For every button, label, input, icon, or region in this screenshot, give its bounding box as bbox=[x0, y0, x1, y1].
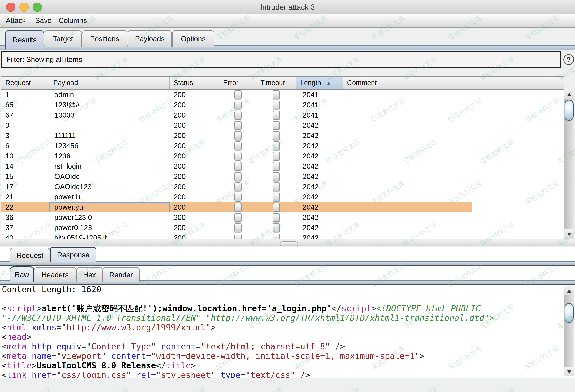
timeout-checkbox[interactable] bbox=[273, 121, 280, 130]
request-cell: 37 bbox=[1, 223, 49, 233]
timeout-checkbox[interactable] bbox=[273, 193, 280, 202]
timeout-checkbox[interactable] bbox=[273, 90, 280, 99]
timeout-checkbox[interactable] bbox=[273, 233, 280, 239]
column-header-request[interactable]: Request bbox=[1, 77, 49, 89]
payload-cell: OAOidc123 bbox=[49, 182, 170, 192]
tab-options[interactable]: Options bbox=[172, 30, 214, 47]
table-scrollbar-thumb[interactable] bbox=[565, 100, 574, 121]
error-checkbox[interactable] bbox=[234, 141, 241, 150]
tab-raw[interactable]: Raw bbox=[10, 266, 34, 282]
error-checkbox[interactable] bbox=[234, 100, 241, 110]
column-header-status[interactable]: Status bbox=[170, 77, 219, 89]
tab-target[interactable]: Target bbox=[45, 30, 82, 47]
results-table: Request Payload Status Error Timeout Len… bbox=[1, 76, 564, 239]
error-checkbox[interactable] bbox=[234, 203, 241, 212]
menu-attack[interactable]: Attack bbox=[6, 17, 26, 24]
timeout-cell bbox=[256, 100, 296, 110]
error-checkbox[interactable] bbox=[234, 90, 241, 99]
table-row[interactable]: 61234562002042 bbox=[1, 141, 472, 151]
tab-payloads[interactable]: Payloads bbox=[128, 30, 172, 47]
tab-hex[interactable]: Hex bbox=[76, 267, 102, 282]
error-checkbox[interactable] bbox=[234, 152, 241, 161]
scroll-up-icon[interactable]: ▲ bbox=[564, 89, 574, 98]
table-row[interactable]: 40hlwj0519-1205.jf2002042 bbox=[1, 233, 472, 239]
table-row[interactable]: 17OAOidc1232002042 bbox=[1, 182, 472, 192]
error-checkbox[interactable] bbox=[234, 121, 241, 130]
tab-request[interactable]: Request bbox=[10, 248, 50, 263]
timeout-checkbox[interactable] bbox=[273, 223, 280, 232]
comment-cell bbox=[343, 90, 472, 100]
response-scrollbar[interactable]: ▲ ▼ bbox=[564, 286, 574, 376]
tab-positions[interactable]: Positions bbox=[82, 30, 127, 47]
payload-cell: power.liu bbox=[49, 192, 170, 202]
scroll-up-icon[interactable]: ▲ bbox=[564, 286, 574, 295]
comment-cell bbox=[343, 131, 472, 141]
timeout-checkbox[interactable] bbox=[273, 131, 280, 140]
error-checkbox[interactable] bbox=[234, 233, 241, 239]
request-cell: 67 bbox=[1, 110, 49, 120]
timeout-checkbox[interactable] bbox=[273, 141, 280, 150]
table-row[interactable]: 1012362002042 bbox=[1, 151, 472, 161]
timeout-checkbox[interactable] bbox=[273, 162, 280, 171]
menu-columns[interactable]: Columns bbox=[59, 17, 87, 24]
table-row[interactable]: 36power123.02002042 bbox=[1, 212, 472, 223]
timeout-checkbox[interactable] bbox=[273, 172, 280, 181]
menu-save[interactable]: Save bbox=[35, 17, 51, 24]
tab-response[interactable]: Response bbox=[50, 247, 96, 262]
response-code-line bbox=[0, 294, 563, 304]
table-row[interactable]: 15OAOidc2002042 bbox=[1, 171, 472, 182]
error-checkbox[interactable] bbox=[234, 111, 241, 120]
status-cell: 200 bbox=[170, 161, 219, 171]
response-body[interactable]: Content-Length: 1620 <script>alert('账户或密… bbox=[0, 285, 563, 378]
table-row[interactable]: 37power0.1232002042 bbox=[1, 223, 472, 233]
table-row[interactable]: 21power.liu2002042 bbox=[1, 192, 472, 202]
table-row[interactable]: 67100002002041 bbox=[1, 110, 472, 120]
request-cell: 10 bbox=[1, 151, 49, 161]
request-cell: 6 bbox=[1, 141, 49, 151]
error-cell bbox=[219, 151, 256, 161]
filter-bar[interactable]: Filter: Showing all items bbox=[1, 51, 561, 68]
tab-headers[interactable]: Headers bbox=[34, 267, 76, 282]
timeout-checkbox[interactable] bbox=[273, 213, 280, 222]
column-header-payload[interactable]: Payload bbox=[49, 77, 170, 89]
tab-render[interactable]: Render bbox=[102, 267, 140, 282]
error-checkbox[interactable] bbox=[234, 213, 241, 222]
timeout-checkbox[interactable] bbox=[273, 111, 280, 120]
table-row[interactable]: 1admin2002041 bbox=[1, 90, 472, 100]
payload-cell: 1236 bbox=[49, 151, 170, 161]
table-row[interactable]: 65123!@#2002041 bbox=[1, 100, 472, 110]
table-row[interactable]: 31111112002042 bbox=[1, 131, 472, 141]
error-checkbox[interactable] bbox=[234, 223, 241, 232]
help-icon[interactable]: ? bbox=[563, 54, 574, 65]
comment-cell bbox=[343, 223, 472, 233]
error-checkbox[interactable] bbox=[234, 162, 241, 171]
status-cell: 200 bbox=[170, 223, 219, 233]
column-header-comment[interactable]: Comment bbox=[343, 77, 472, 89]
table-row[interactable]: 02002042 bbox=[1, 120, 472, 131]
error-checkbox[interactable] bbox=[234, 172, 241, 181]
error-checkbox[interactable] bbox=[234, 182, 241, 191]
error-checkbox[interactable] bbox=[234, 193, 241, 202]
splitter-grip[interactable] bbox=[280, 241, 298, 246]
error-checkbox[interactable] bbox=[234, 131, 241, 140]
tab-results[interactable]: Results bbox=[5, 30, 44, 49]
table-row[interactable]: 14rst_login2002042 bbox=[1, 161, 472, 171]
timeout-checkbox[interactable] bbox=[273, 100, 280, 110]
length-cell: 2041 bbox=[296, 100, 343, 110]
column-header-length[interactable]: Length ▲ bbox=[296, 77, 343, 89]
table-scrollbar[interactable]: ▲ ▼ bbox=[564, 89, 574, 239]
timeout-checkbox[interactable] bbox=[273, 203, 280, 212]
column-header-error[interactable]: Error bbox=[219, 77, 256, 89]
column-header-timeout[interactable]: Timeout bbox=[256, 77, 296, 89]
scroll-down-icon[interactable]: ▼ bbox=[564, 229, 574, 239]
length-cell: 2042 bbox=[296, 171, 343, 182]
scroll-down-icon[interactable]: ▼ bbox=[564, 367, 574, 376]
comment-cell bbox=[343, 192, 472, 202]
table-row[interactable]: 22power.yu2002042 bbox=[1, 202, 472, 212]
split-pane-divider[interactable] bbox=[0, 240, 575, 246]
length-cell: 2042 bbox=[296, 161, 343, 171]
response-scrollbar-thumb[interactable] bbox=[565, 303, 574, 323]
length-cell: 2042 bbox=[296, 131, 343, 141]
timeout-checkbox[interactable] bbox=[273, 152, 280, 161]
timeout-checkbox[interactable] bbox=[273, 182, 280, 191]
